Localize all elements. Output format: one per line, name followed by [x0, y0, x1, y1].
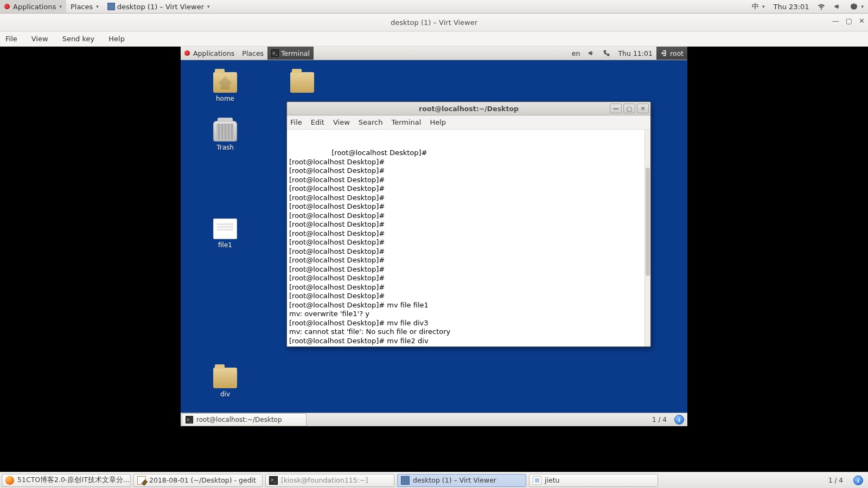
terminal-scrollbar[interactable]	[644, 130, 650, 346]
host-places-menu[interactable]: Places ▾	[66, 0, 103, 13]
minimize-button[interactable]: —	[610, 104, 622, 113]
wifi-icon	[818, 3, 825, 10]
menu-sendkey[interactable]: Send key	[60, 34, 97, 44]
vm-icon	[401, 476, 410, 485]
terminal-icon	[269, 476, 278, 485]
svg-rect-0	[604, 50, 606, 53]
icon-label: file1	[203, 241, 247, 249]
firefox-icon	[5, 476, 14, 485]
label: en	[572, 49, 580, 57]
desktop-icon-file1[interactable]: file1	[203, 219, 247, 249]
host-workspace-pager[interactable]: 1 / 4	[824, 477, 847, 484]
maximize-button[interactable]: ▢	[623, 104, 635, 113]
term-menu-view[interactable]: View	[333, 118, 350, 126]
host-active-window-menu[interactable]: desktop (1) – Virt Viewer ▾	[103, 0, 214, 13]
label: desktop (1) – Virt Viewer	[117, 3, 204, 11]
maximize-button[interactable]: ▢	[846, 17, 852, 25]
label: Terminal	[281, 49, 310, 57]
term-menu-terminal[interactable]: Terminal	[391, 118, 421, 126]
guest-desktop[interactable]: home Trash file1 div	[181, 60, 687, 413]
guest-top-panel: Applications Places Terminal en	[181, 47, 687, 60]
host-task-gedit[interactable]: 2018-08-01 (~/Desktop) - gedit	[133, 474, 263, 487]
host-task-terminal[interactable]: [kiosk@foundation115:~]	[265, 474, 394, 487]
host-network-icon[interactable]	[813, 0, 829, 13]
host-top-panel: Applications ▾ Places ▾ desktop (1) – Vi…	[0, 0, 868, 14]
virt-viewer-display[interactable]: Applications Places Terminal en	[0, 47, 868, 472]
scrollbar-thumb[interactable]	[646, 168, 650, 276]
host-bottom-taskbar: 51CTO博客2.0-原创IT技术文章分… 2018-08-01 (~/Desk…	[0, 472, 868, 488]
term-menu-edit[interactable]: Edit	[311, 118, 324, 126]
label: Places	[71, 3, 93, 11]
close-button[interactable]: ✕	[859, 17, 865, 25]
desktop-icon-folder-div3[interactable]	[280, 72, 324, 95]
guest-screen: Applications Places Terminal en	[181, 47, 687, 426]
label: Applications	[13, 3, 56, 11]
trash-icon	[213, 121, 237, 142]
chevron-down-icon: ▾	[207, 4, 210, 9]
host-power-icon[interactable]: ▾	[846, 0, 868, 13]
guest-places-menu[interactable]: Places	[238, 47, 267, 60]
terminal-icon	[271, 49, 279, 57]
gedit-icon	[137, 476, 146, 485]
host-applications-menu[interactable]: Applications ▾	[0, 0, 66, 13]
chevron-down-icon: ▾	[59, 4, 62, 9]
desktop-icon-home[interactable]: home	[203, 72, 247, 102]
guest-workspace-pager[interactable]: 1 / 4	[648, 416, 671, 423]
desktop-icon-trash[interactable]: Trash	[203, 121, 247, 151]
host-task-jietu[interactable]: jietu	[529, 474, 658, 487]
volume-icon	[588, 49, 595, 57]
guest-taskbar-item-terminal[interactable]: root@localhost:~/Desktop	[182, 413, 307, 426]
terminal-body[interactable]: [root@localhost Desktop]# [root@localhos…	[287, 130, 650, 346]
label: 1 / 4	[828, 477, 843, 484]
virt-viewer-window: desktop (1) – Virt Viewer — ▢ ✕ File Vie…	[0, 14, 868, 472]
label: Thu 11:01	[618, 49, 652, 57]
virt-viewer-titlebar[interactable]: desktop (1) – Virt Viewer — ▢ ✕	[0, 14, 868, 31]
term-menu-help[interactable]: Help	[430, 118, 446, 126]
label: 2018-08-01 (~/Desktop) - gedit	[149, 476, 256, 484]
guest-applications-menu[interactable]: Applications	[181, 47, 238, 60]
label: jietu	[545, 476, 559, 484]
terminal-icon	[186, 416, 193, 423]
host-clock[interactable]: Thu 23:01	[769, 0, 813, 13]
guest-bottom-panel: root@localhost:~/Desktop 1 / 4	[181, 413, 687, 426]
host-task-virtviewer[interactable]: desktop (1) – Virt Viewer	[397, 474, 526, 487]
icon-label: Trash	[203, 144, 247, 151]
ime-label: 中	[752, 2, 759, 11]
term-menu-file[interactable]: File	[290, 118, 302, 126]
menu-help[interactable]: Help	[106, 34, 127, 44]
desktop-icon-div[interactable]: div	[203, 368, 247, 398]
file-icon	[213, 219, 237, 239]
wired-network-icon	[603, 49, 610, 57]
host-volume-icon[interactable]	[829, 0, 846, 13]
terminal-window: root@localhost:~/Desktop — ▢ ✕ File Edit…	[286, 101, 651, 347]
label: 1 / 4	[652, 416, 667, 423]
guest-notification-icon[interactable]	[674, 415, 684, 425]
guest-clock[interactable]: Thu 11:01	[614, 47, 656, 60]
distro-logo-icon	[184, 50, 190, 56]
close-button[interactable]: ✕	[637, 104, 649, 113]
volume-icon	[834, 3, 841, 10]
host-task-firefox[interactable]: 51CTO博客2.0-原创IT技术文章分…	[2, 474, 131, 487]
terminal-title: root@localhost:~/Desktop	[419, 105, 519, 113]
host-notification-icon[interactable]	[853, 476, 863, 485]
label: 51CTO博客2.0-原创IT技术文章分…	[17, 476, 130, 485]
host-ime-indicator[interactable]: 中 ▾	[748, 0, 769, 13]
home-folder-icon	[213, 72, 237, 93]
guest-volume-icon[interactable]	[584, 47, 599, 60]
menu-view[interactable]: View	[29, 34, 50, 44]
minimize-button[interactable]: —	[832, 17, 839, 25]
chevron-down-icon: ▾	[762, 4, 765, 9]
clock-label: Thu 23:01	[773, 3, 809, 11]
terminal-titlebar[interactable]: root@localhost:~/Desktop — ▢ ✕	[287, 102, 650, 115]
term-menu-search[interactable]: Search	[359, 118, 383, 126]
terminal-menubar: File Edit View Search Terminal Help	[287, 115, 650, 130]
guest-network-icon[interactable]	[599, 47, 614, 60]
window-title: desktop (1) – Virt Viewer	[391, 18, 477, 27]
guest-user-menu[interactable]: root	[656, 47, 687, 60]
image-icon	[533, 476, 541, 485]
vm-icon	[107, 3, 115, 10]
menu-file[interactable]: File	[3, 34, 20, 44]
guest-lang-indicator[interactable]: en	[568, 47, 584, 60]
label: root@localhost:~/Desktop	[196, 416, 282, 423]
guest-terminal-menu[interactable]: Terminal	[267, 47, 314, 60]
